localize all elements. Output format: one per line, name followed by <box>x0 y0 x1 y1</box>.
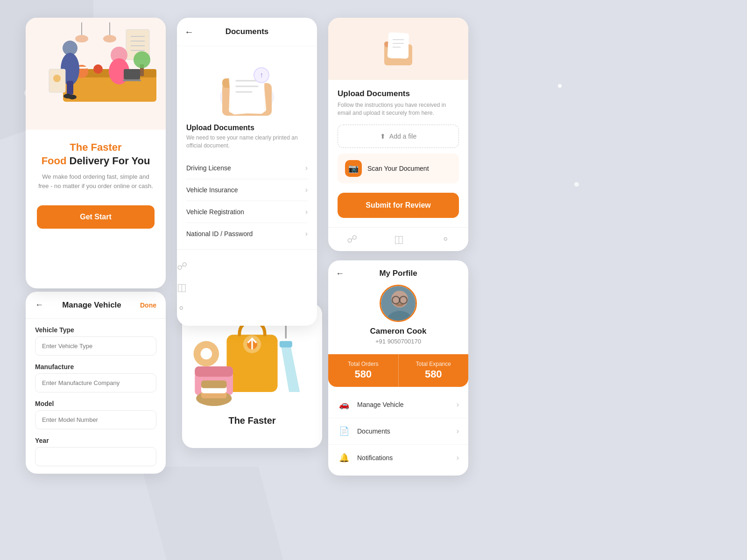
chevron-right-icon: › <box>457 454 459 462</box>
upload-title: Upload Documents <box>338 89 459 98</box>
menu-notifications-label: Notifications <box>357 454 450 462</box>
avatar <box>380 285 417 322</box>
documents-header: ← Documents <box>177 18 317 46</box>
nav-person-icon2[interactable]: ⚬ <box>441 233 450 245</box>
doc-item-driving[interactable]: Driving License › <box>186 157 308 179</box>
chevron-right-icon: › <box>305 164 308 172</box>
food-illustration <box>26 18 166 130</box>
nav-doc-icon[interactable]: ☍ <box>177 260 317 273</box>
profile-menu: 🚗 Manage Vehicle › 📄 Documents › 🔔 Notif… <box>328 387 468 476</box>
profile-phone: +91 9050700170 <box>375 338 421 345</box>
svg-rect-43 <box>389 34 409 58</box>
profile-header: ← My Porfile <box>328 260 468 285</box>
menu-manage-vehicle-label: Manage Vehicle <box>357 401 450 408</box>
upload-top-illustration <box>328 18 468 80</box>
nav-wallet-icon2[interactable]: ◫ <box>394 233 404 245</box>
doc-item-national-id[interactable]: National ID / Password › <box>186 223 308 245</box>
svg-point-1 <box>75 35 88 42</box>
total-expance-label: Total Expance <box>399 361 469 367</box>
chevron-right-icon: › <box>305 230 308 238</box>
bell-icon: 🔔 <box>338 451 351 464</box>
doc-item-registration[interactable]: Vehicle Registration › <box>186 201 308 223</box>
svg-rect-17 <box>124 69 140 79</box>
svg-point-20 <box>134 51 150 68</box>
upload-docs-card: Upload Documents Follow the instructions… <box>328 18 468 251</box>
add-file-label: Add a file <box>389 133 416 140</box>
docs-info: Upload Documents We need to see your nam… <box>177 124 317 157</box>
profile-stats: Total Orders 580 Total Expance 580 <box>328 354 468 387</box>
profile-name: Cameron Cook <box>370 327 427 336</box>
doc-folder-illustration: ↑ <box>177 46 317 124</box>
doc-item-insurance[interactable]: Vehicle Insurance › <box>186 179 308 201</box>
food-delivery-desc: We make food ordering fast, simple and f… <box>37 172 155 190</box>
svg-rect-18 <box>123 79 141 81</box>
docs-upload-desc: We need to see your name clearly printed… <box>186 134 308 150</box>
food-delivery-content: The Faster Food Delivery For You We make… <box>26 130 166 273</box>
upload-icon: ⬆ <box>380 133 386 140</box>
menu-item-notifications[interactable]: 🔔 Notifications › <box>328 445 468 471</box>
food-delivery-heading: The Faster Food Delivery For You <box>42 141 150 168</box>
submit-review-button[interactable]: Submit for Review <box>338 193 459 218</box>
svg-rect-16 <box>114 60 124 74</box>
car-icon: 🚗 <box>338 398 351 411</box>
svg-point-28 <box>53 75 61 82</box>
total-orders-value: 580 <box>328 368 398 380</box>
svg-rect-53 <box>396 303 403 307</box>
menu-item-documents[interactable]: 📄 Documents › <box>328 418 468 445</box>
docs-bottom-nav: ☍ ◫ ⚬ <box>177 249 317 326</box>
scan-label: Scan Your Document <box>367 165 429 172</box>
profile-back-button[interactable]: ← <box>336 269 344 279</box>
profile-title: My Porfile <box>379 269 417 278</box>
chevron-right-icon: › <box>305 186 308 194</box>
nav-doc-icon2[interactable]: ☍ <box>347 233 357 245</box>
nav-wallet-icon[interactable]: ◫ <box>177 281 317 294</box>
profile-card: ← My Porfile <box>328 260 468 476</box>
docs-upload-title: Upload Documents <box>186 124 308 132</box>
documents-card: ← Documents ↑ Upload Document <box>177 18 317 326</box>
upload-desc: Follow the instructions you have receive… <box>338 101 459 117</box>
total-expance-stat: Total Expance 580 <box>399 354 469 387</box>
camera-icon: 📷 <box>345 160 362 177</box>
scan-document-button[interactable]: 📷 Scan Your Document <box>338 154 459 183</box>
svg-point-3 <box>103 35 116 42</box>
menu-item-manage-vehicle[interactable]: 🚗 Manage Vehicle › <box>328 392 468 418</box>
chevron-right-icon: › <box>305 208 308 216</box>
doc-list: Driving License › Vehicle Insurance › Ve… <box>177 157 317 245</box>
chevron-right-icon: › <box>457 427 459 435</box>
svg-point-26 <box>68 95 77 99</box>
upload-bottom-nav: ☍ ◫ ⚬ <box>328 227 468 251</box>
nav-person-icon[interactable]: ⚬ <box>177 302 317 315</box>
svg-point-13 <box>93 64 103 74</box>
total-expance-value: 580 <box>399 368 469 380</box>
documents-title: Documents <box>226 27 269 36</box>
total-orders-label: Total Orders <box>328 361 398 367</box>
profile-avatar-section: Cameron Cook +91 9050700170 <box>328 285 468 354</box>
upload-body: Upload Documents Follow the instructions… <box>328 80 468 227</box>
chevron-right-icon: › <box>457 400 459 409</box>
food-delivery-card: The Faster Food Delivery For You We make… <box>26 18 166 288</box>
documents-back-button[interactable]: ← <box>184 27 194 37</box>
document-icon: 📄 <box>338 425 351 438</box>
get-start-button[interactable]: Get Start <box>37 205 155 229</box>
svg-rect-24 <box>70 81 73 95</box>
menu-documents-label: Documents <box>357 427 450 435</box>
svg-text:↑: ↑ <box>260 71 263 79</box>
add-file-button[interactable]: ⬆ Add a file <box>338 125 459 148</box>
total-orders-stat: Total Orders 580 <box>328 354 399 387</box>
